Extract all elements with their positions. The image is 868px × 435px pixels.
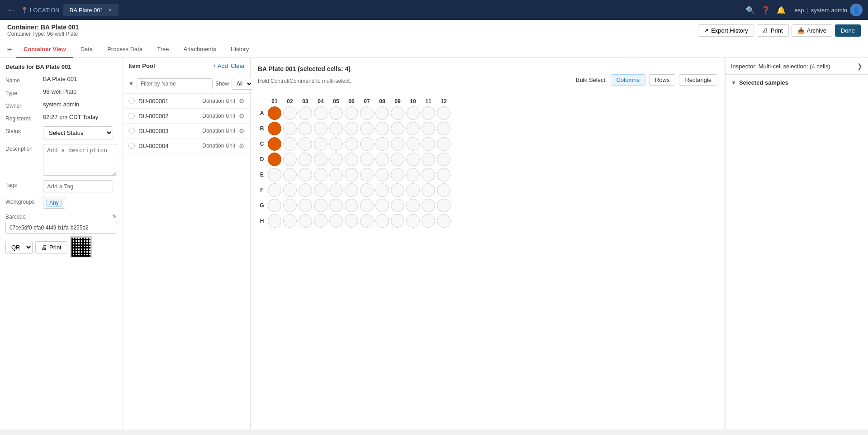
well[interactable] [391, 137, 404, 151]
well[interactable] [391, 199, 404, 212]
workgroups-input[interactable]: Any [43, 197, 65, 209]
archive-button[interactable]: 📥 Archive [792, 24, 832, 37]
well[interactable] [360, 122, 374, 135]
item-radio[interactable] [128, 98, 135, 104]
well[interactable] [314, 214, 327, 228]
list-item[interactable]: DU-000004 Donation Unit ⚙ [123, 139, 250, 153]
well[interactable] [283, 168, 297, 182]
well[interactable] [406, 199, 420, 212]
gear-icon[interactable]: ⚙ [239, 127, 245, 134]
well[interactable] [360, 199, 374, 212]
well[interactable] [422, 199, 435, 212]
well[interactable] [345, 199, 358, 212]
well[interactable] [360, 214, 374, 228]
user-avatar[interactable]: 👤 [850, 4, 863, 16]
bulk-columns-button[interactable]: Columns [611, 74, 645, 86]
well[interactable] [406, 122, 420, 135]
export-history-button[interactable]: ↗ Export History [698, 24, 754, 37]
well[interactable] [283, 122, 297, 135]
well[interactable] [299, 106, 312, 120]
well[interactable] [268, 214, 281, 228]
well[interactable] [406, 137, 420, 151]
well[interactable] [360, 168, 374, 182]
gear-icon[interactable]: ⚙ [239, 142, 245, 149]
well[interactable] [268, 106, 281, 120]
well[interactable] [345, 106, 358, 120]
well[interactable] [375, 199, 389, 212]
well[interactable] [345, 183, 358, 197]
list-item[interactable]: DU-000002 Donation Unit ⚙ [123, 109, 250, 124]
well[interactable] [268, 153, 281, 166]
collapse-panel-button[interactable]: ⇤ [4, 42, 16, 57]
well[interactable] [283, 199, 297, 212]
help-icon[interactable]: ❓ [761, 6, 770, 14]
well[interactable] [329, 106, 343, 120]
location-badge[interactable]: 📍 LOCATION [21, 7, 60, 14]
well[interactable] [329, 214, 343, 228]
well[interactable] [375, 137, 389, 151]
well[interactable] [422, 183, 435, 197]
well[interactable] [375, 122, 389, 135]
search-icon[interactable]: 🔍 [746, 6, 755, 14]
well[interactable] [329, 153, 343, 166]
barcode-edit-icon[interactable]: ✎ [112, 213, 117, 220]
well[interactable] [360, 106, 374, 120]
well[interactable] [375, 183, 389, 197]
well[interactable] [391, 214, 404, 228]
bulk-rows-button[interactable]: Rows [649, 74, 676, 86]
well[interactable] [345, 122, 358, 135]
gear-icon[interactable]: ⚙ [239, 97, 245, 105]
well[interactable] [283, 214, 297, 228]
tab-attachments[interactable]: Attachments [176, 41, 223, 58]
well[interactable] [283, 106, 297, 120]
well[interactable] [437, 137, 451, 151]
description-textarea[interactable] [43, 144, 117, 176]
well[interactable] [314, 199, 327, 212]
print-barcode-button[interactable]: 🖨 Print [35, 241, 67, 253]
barcode-format-select[interactable]: QR [5, 241, 33, 254]
well[interactable] [391, 106, 404, 120]
well[interactable] [299, 153, 312, 166]
well[interactable] [299, 183, 312, 197]
well[interactable] [391, 183, 404, 197]
open-tab[interactable]: BA Plate 001 ✕ [63, 4, 119, 16]
clear-items-link[interactable]: Clear [231, 62, 245, 69]
well[interactable] [422, 214, 435, 228]
well[interactable] [345, 214, 358, 228]
gear-icon[interactable]: ⚙ [239, 112, 245, 120]
well[interactable] [314, 106, 327, 120]
well[interactable] [437, 183, 451, 197]
well[interactable] [437, 122, 451, 135]
well[interactable] [360, 183, 374, 197]
well[interactable] [437, 106, 451, 120]
well[interactable] [391, 153, 404, 166]
well[interactable] [314, 153, 327, 166]
well[interactable] [329, 199, 343, 212]
well[interactable] [299, 122, 312, 135]
well[interactable] [299, 214, 312, 228]
list-item[interactable]: DU-000001 Donation Unit ⚙ [123, 94, 250, 109]
well[interactable] [329, 168, 343, 182]
well[interactable] [299, 137, 312, 151]
well[interactable] [360, 137, 374, 151]
well[interactable] [375, 214, 389, 228]
well[interactable] [406, 168, 420, 182]
well[interactable] [375, 153, 389, 166]
well[interactable] [329, 183, 343, 197]
well[interactable] [360, 153, 374, 166]
status-select[interactable]: Select Status [43, 126, 113, 139]
well[interactable] [406, 214, 420, 228]
well[interactable] [375, 168, 389, 182]
tab-process-data[interactable]: Process Data [100, 41, 150, 58]
tab-history[interactable]: History [223, 41, 256, 58]
well[interactable] [299, 199, 312, 212]
tab-close-icon[interactable]: ✕ [108, 7, 112, 13]
well[interactable] [314, 183, 327, 197]
show-select[interactable]: All [232, 78, 253, 90]
list-item[interactable]: DU-000003 Donation Unit ⚙ [123, 124, 250, 139]
tab-container-view[interactable]: Container View [16, 41, 73, 58]
bulk-rectangle-button[interactable]: Rectangle [679, 74, 717, 86]
well[interactable] [329, 122, 343, 135]
well[interactable] [268, 183, 281, 197]
well[interactable] [314, 168, 327, 182]
